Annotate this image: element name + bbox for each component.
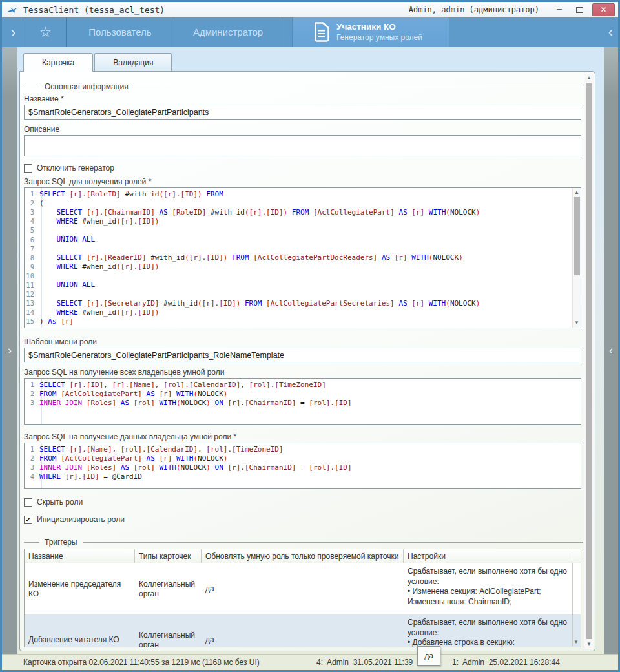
line-number: 2 xyxy=(25,454,39,462)
table-row[interactable]: Изменение председателя КОКоллегиальный о… xyxy=(25,563,581,614)
line-number: 9 xyxy=(25,263,39,271)
code-line: 3 SELECT [r].[ChairmanID] AS [RoleID] #w… xyxy=(25,207,572,216)
code-line: 7 xyxy=(25,244,572,253)
scroll-up-icon[interactable]: ▲ xyxy=(584,74,594,83)
code-line: 14 WHERE #when_id([r].[ID]) xyxy=(25,308,572,317)
toolbar-tab-admin[interactable]: Администратор xyxy=(174,17,282,47)
checkbox-icon[interactable] xyxy=(24,498,32,507)
code-line: 1SELECT [r].[ID], [r].[Name], [rol].[Cal… xyxy=(25,380,579,389)
line-number: 4 xyxy=(25,217,39,225)
sql-code: 1SELECT [r].[RoleID] #with_id([r].[ID]) … xyxy=(25,189,572,327)
disable-generator-checkbox[interactable]: Отключить генератор xyxy=(24,163,581,173)
line-number: 1 xyxy=(25,381,39,388)
table-row[interactable]: Добавление читателя КОКоллегиальный орга… xyxy=(25,614,581,647)
checkbox-icon[interactable]: ✓ xyxy=(24,516,32,524)
cell-update-flag: да xyxy=(202,614,404,647)
line-number: 3 xyxy=(25,399,39,406)
description-input[interactable] xyxy=(24,135,581,156)
scroll-down-icon[interactable]: ▼ xyxy=(584,640,594,649)
code-line: 3INNER JOIN [Roles] AS [rol] WITH(NOLOCK… xyxy=(25,463,579,472)
line-number: 1 xyxy=(25,445,39,453)
code-line: 2( xyxy=(25,198,572,207)
name-input[interactable] xyxy=(24,105,581,120)
scroll-up-icon[interactable]: ▲ xyxy=(573,188,581,197)
cell-settings: Срабатывает, если выполнено хотя бы одно… xyxy=(404,614,572,647)
card-tabs: Карточка Валидация xyxy=(23,53,172,71)
side-expand-left[interactable]: › xyxy=(2,47,17,654)
toolbar-tab-user[interactable]: Пользователь xyxy=(67,17,174,47)
toolbar-collapse-button[interactable]: ‹ xyxy=(608,17,613,47)
tessa-logo-icon xyxy=(7,5,18,15)
init-roles-checkbox[interactable]: ✓ Инициализировать роли xyxy=(24,515,581,524)
settings-line: Срабатывает, если выполнено хотя бы одно… xyxy=(408,567,568,587)
active-card-tab[interactable]: Участники КО Генератор умных ролей xyxy=(292,17,450,47)
maximize-button[interactable] xyxy=(572,7,587,13)
sql-owners-editor[interactable]: 1SELECT [r].[ID], [r].[Name], [rol].[Cal… xyxy=(24,378,581,425)
line-number: 2 xyxy=(25,390,39,397)
settings-line: • Добавлена строка в секцию: xyxy=(408,638,568,647)
minimize-button[interactable]: – xyxy=(552,4,566,16)
sql-owner-data-editor[interactable]: 1SELECT [r].[Name], [rol].[CalendarID], … xyxy=(24,443,581,489)
line-number: 14 xyxy=(25,308,39,316)
favorites-star-button[interactable]: ☆ xyxy=(25,17,67,47)
name-label: Название * xyxy=(24,94,581,103)
line-number: 3 xyxy=(25,208,39,216)
scroll-thumb[interactable] xyxy=(574,197,580,275)
line-number: 8 xyxy=(25,254,39,262)
code-line: 15) As [r] xyxy=(25,317,572,326)
status-version-last: 4: Admin 31.05.2021 11:39 xyxy=(316,655,413,670)
scroll-down-icon[interactable]: ▼ xyxy=(573,319,581,328)
code-line: 2FROM [AclCollegiatePart] AS [r] WITH(NO… xyxy=(25,454,579,463)
code-line: 1SELECT [r].[Name], [rol].[CalendarID], … xyxy=(25,445,579,454)
status-open-info: Карточка открыта 02.06.2021 11:40:55 за … xyxy=(23,655,260,670)
tab-label: Валидация xyxy=(113,58,153,67)
table-header: НазваниеТипы карточекОбновлять умную рол… xyxy=(25,549,581,563)
description-label: Описание xyxy=(24,125,581,134)
table-body: Изменение председателя КОКоллегиальный о… xyxy=(25,563,581,647)
code-line: 6 UNION ALL xyxy=(25,235,572,244)
titlebar: TessaClient (tessa_acl_test) Admin, admi… xyxy=(2,2,618,17)
minimize-icon: – xyxy=(557,4,563,15)
table-scroll-stub xyxy=(572,563,581,614)
nav-expand-button[interactable]: › xyxy=(2,17,25,47)
checkbox-icon[interactable] xyxy=(24,164,32,173)
line-number: 1 xyxy=(25,190,39,198)
card-form: Основная информация Название * Описание … xyxy=(20,72,595,651)
group-triggers: Триггеры xyxy=(24,538,583,547)
sql-roles-editor[interactable]: 1SELECT [r].[RoleID] #with_id([r].[ID]) … xyxy=(24,187,581,328)
checkbox-label: Скрыть роли xyxy=(37,498,83,507)
template-input[interactable] xyxy=(24,348,581,362)
tab-kartochka[interactable]: Карточка xyxy=(23,53,93,72)
card-subtitle: Генератор умных ролей xyxy=(336,33,422,42)
sql-code: 1SELECT [r].[ID], [r].[Name], [rol].[Cal… xyxy=(25,379,579,423)
checkbox-label: Инициализировать роли xyxy=(37,515,125,524)
line-number: 7 xyxy=(25,245,39,253)
sql-owners-label: Запрос SQL на получение всех владельцев … xyxy=(24,368,581,377)
chevron-right-icon: › xyxy=(8,344,12,357)
column-header[interactable]: Настройки xyxy=(404,549,572,563)
code-line: 10 xyxy=(25,271,572,280)
table-scroll-down-icon[interactable]: ▼ xyxy=(574,639,579,645)
active-tab-text: Участники КО Генератор умных ролей xyxy=(336,22,422,42)
close-button[interactable]: ✕ xyxy=(592,3,615,16)
triggers-table[interactable]: НазваниеТипы карточекОбновлять умную рол… xyxy=(24,549,581,647)
hide-roles-checkbox[interactable]: Скрыть роли xyxy=(24,498,581,507)
status-version-first: 1: Admin 25.02.2021 16:28:44 xyxy=(452,655,560,670)
cell-settings: Срабатывает, если выполнено хотя бы одно… xyxy=(404,563,572,614)
column-header[interactable]: Типы карточек xyxy=(135,549,202,563)
editor-scrollbar[interactable]: ▲ ▼ xyxy=(572,188,581,328)
scroll-thumb[interactable] xyxy=(586,83,592,639)
tab-validacia[interactable]: Валидация xyxy=(94,53,172,71)
line-number: 5 xyxy=(25,226,39,234)
card-title: Участники КО xyxy=(336,22,422,32)
line-number: 2 xyxy=(25,199,39,207)
settings-line: • Изменена секция: AclCollegiatePart; Из… xyxy=(408,587,568,607)
chevron-left-icon: ‹ xyxy=(608,24,613,41)
content-area: › ‹ Карточка Валидация Основная информац… xyxy=(2,47,618,654)
column-header[interactable]: Название xyxy=(25,549,135,563)
code-line: 1SELECT [r].[RoleID] #with_id([r].[ID]) … xyxy=(25,189,572,198)
column-header[interactable]: Обновлять умную роль только проверяемой … xyxy=(202,549,404,563)
side-expand-right[interactable]: ‹ xyxy=(604,47,618,654)
window-title: TessaClient (tessa_acl_test) xyxy=(23,5,165,15)
main-scrollbar[interactable]: ▲ ▼ xyxy=(584,74,594,649)
